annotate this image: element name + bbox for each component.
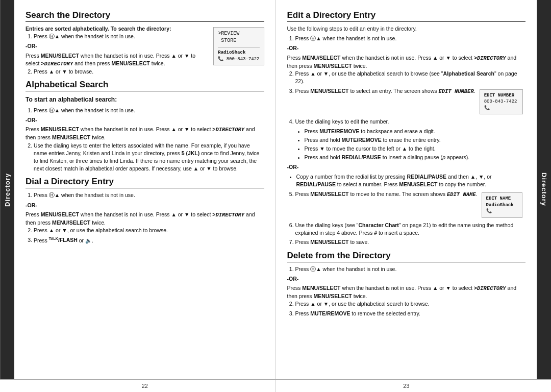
alpha-or-text: Press MENU/SELECT when the handset is no… <box>26 126 264 141</box>
alpha-search-steps: Press Ⓗ▲ when the handset is not in use. <box>26 107 264 114</box>
search-directory-title: Search the Directory <box>26 10 264 22</box>
edit-number-value: 800-843-7422 <box>484 99 518 105</box>
main-content: Search the Directory >REVIEW STORE Radio… <box>14 0 537 379</box>
alpha-search-title: Alphabetical Search <box>26 80 264 91</box>
edit-copy-bullet: Copy a number from the redial list by pr… <box>296 173 526 188</box>
dial-or-text: Press MENU/SELECT when the handset is no… <box>26 211 264 227</box>
edit-step-7: Press MENU/SELECT to save. <box>295 238 526 246</box>
delete-directory-section: Delete from the Directory Press Ⓗ▲ when … <box>287 251 526 317</box>
edit-phone-icon: 📞 <box>484 105 518 112</box>
left-page: Search the Directory >REVIEW STORE Radio… <box>14 0 276 379</box>
search-directory-steps-2: Press ▲ or ▼ to browse. <box>26 68 264 76</box>
delete-steps-2: Press ▲ or ▼, or use the alphabetical se… <box>287 300 526 317</box>
edit-step-5-text: Press MENU/SELECT to move to the name. T… <box>295 190 478 199</box>
page-spread: Directory Search the Directory >REVIEW S… <box>0 0 551 379</box>
dial-step-1: Press Ⓗ▲ when the handset is not in use. <box>34 191 264 199</box>
edit-step-1: Press Ⓗ▲ when the handset is not in use. <box>295 35 526 42</box>
delete-or-1: -OR- <box>287 275 526 283</box>
edit-name-box: EDIT NAME RadioShack 📞 <box>482 192 522 218</box>
edit-or-bullet: Copy a number from the redial list by pr… <box>287 173 526 188</box>
alpha-step-1: Press Ⓗ▲ when the handset is not in use. <box>34 107 264 114</box>
edit-name-icon: 📞 <box>486 208 518 215</box>
delete-step-1: Press Ⓗ▲ when the handset is not in use. <box>295 265 526 273</box>
edit-step-3-text: Press MENU/SELECT to select an entry. Th… <box>295 87 475 95</box>
dial-steps-2: Press ▲ or ▼, or use the alphabetical se… <box>26 227 264 244</box>
left-directory-tab: Directory <box>0 0 14 379</box>
alpha-search-subtitle: To start an alphabetical search: <box>26 95 264 104</box>
edit-number-box: EDIT NUMBER 800-843-7422 📞 <box>480 89 523 115</box>
edit-bullet-2: Press and hold MUTE/REMOVE to erase the … <box>305 136 526 144</box>
right-directory-tab: Directory <box>537 0 551 379</box>
edit-step-4: Use the dialing keys to edit the number.… <box>295 118 526 161</box>
edit-steps: Press Ⓗ▲ when the handset is not in use. <box>287 35 526 42</box>
edit-bullet-1: Press MUTE/REMOVE to backspace and erase… <box>305 128 526 135</box>
edit-step-6: Use the dialing keys (see "Character Cha… <box>295 222 526 237</box>
footer-spacer-right <box>537 380 551 392</box>
footer-spacer-left <box>0 380 14 392</box>
alpha-step-2: Use the dialing keys to enter the letter… <box>34 142 264 173</box>
delete-or-text: Press MENU/SELECT when the handset is no… <box>287 284 526 300</box>
dial-step-2: Press ▲ or ▼, or use the alphabetical se… <box>34 227 264 234</box>
dial-directory-section: Dial a Directory Entry Press Ⓗ▲ when the… <box>26 177 264 244</box>
edit-bullet-4: Press and hold REDIAL/PAUSE to insert a … <box>305 154 526 161</box>
display-review-store: >REVIEW STORE RadioShack 📞 800-843-7422 <box>213 27 264 65</box>
edit-bullet-3: Press ▼ to move the cursor to the left o… <box>305 145 526 153</box>
delete-step-3: Press MUTE/REMOVE to remove the selected… <box>295 310 526 317</box>
search-step-2: Press ▲ or ▼ to browse. <box>34 68 264 76</box>
delete-steps: Press Ⓗ▲ when the handset is not in use. <box>287 265 526 273</box>
page-footer: 22 23 <box>0 379 551 392</box>
edit-step-3: Press MENU/SELECT to select an entry. Th… <box>295 87 526 117</box>
edit-steps-2: Press ▲ or ▼, or use the alphabetical se… <box>287 70 526 161</box>
edit-directory-title: Edit a Directory Entry <box>287 10 526 22</box>
edit-bullets: Press MUTE/REMOVE to backspace and erase… <box>295 128 526 162</box>
dial-directory-title: Dial a Directory Entry <box>26 177 264 188</box>
edit-or-text-1: Press MENU/SELECT when the handset is no… <box>287 54 526 70</box>
right-tab-label: Directory <box>540 173 548 206</box>
search-directory-section: Search the Directory >REVIEW STORE Radio… <box>26 10 264 76</box>
edit-directory-section: Edit a Directory Entry Use the following… <box>287 10 526 247</box>
edit-or-2: -OR- <box>287 163 526 171</box>
brand-name: RadioShack <box>218 50 259 56</box>
edit-or-1: -OR- <box>287 44 526 52</box>
or-divider-2: -OR- <box>26 116 264 124</box>
edit-step-5: Press MENU/SELECT to move to the name. T… <box>295 190 526 220</box>
delete-directory-title: Delete from the Directory <box>287 251 526 262</box>
delete-step-2: Press ▲ or ▼, or use the alphabetical se… <box>295 300 526 308</box>
or-divider-3: -OR- <box>26 202 264 209</box>
left-page-number: 22 <box>14 380 276 392</box>
dial-steps: Press Ⓗ▲ when the handset is not in use. <box>26 191 264 199</box>
review-store-box: >REVIEW STORE RadioShack 📞 800-843-7422 <box>213 25 264 67</box>
display-line2: STORE <box>218 37 259 44</box>
edit-number-label: EDIT NUMBER <box>484 92 518 99</box>
dial-step-3: Press TALK/FLASH or 🔈. <box>34 236 264 244</box>
left-tab-label: Directory <box>4 173 11 206</box>
right-page-number: 23 <box>276 380 537 392</box>
display-line1: >REVIEW <box>218 30 259 37</box>
edit-name-label: EDIT NAME <box>486 195 518 202</box>
edit-step-2: Press ▲ or ▼, or use the alphabetical se… <box>295 70 526 85</box>
edit-name-brand: RadioShack <box>486 202 518 209</box>
edit-directory-intro: Use the following steps to edit an entry… <box>287 25 526 33</box>
right-page: Edit a Directory Entry Use the following… <box>276 0 537 379</box>
phone-number: 📞 800-843-7422 <box>218 56 259 63</box>
alpha-search-steps-2: Use the dialing keys to enter the letter… <box>26 142 264 173</box>
edit-steps-5: Press MENU/SELECT to move to the name. T… <box>287 190 526 246</box>
alphabetical-search-section: Alphabetical Search To start an alphabet… <box>26 80 264 173</box>
